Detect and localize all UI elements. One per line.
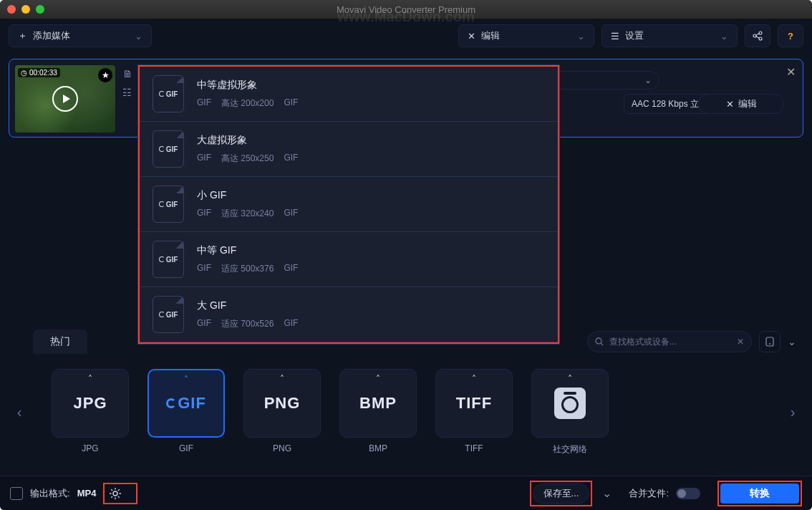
duration-badge: ◷00:02:33 xyxy=(18,68,60,77)
svg-line-17 xyxy=(118,489,120,491)
maximize-window-icon[interactable] xyxy=(36,5,44,14)
search-placeholder: 查找格式或设备... xyxy=(609,336,677,348)
preset-item[interactable]: GIF 大 GIF GIF适应 700x526GIF xyxy=(140,287,558,342)
preset-item[interactable]: GIF 中等 GIF GIF适应 500x376GIF xyxy=(140,232,558,287)
help-button[interactable]: ? xyxy=(778,24,803,47)
svg-line-14 xyxy=(112,489,113,491)
play-icon[interactable] xyxy=(52,86,78,112)
video-thumbnail[interactable]: ◷00:02:33 ★ xyxy=(15,65,115,133)
format-name: TIFF xyxy=(465,443,483,453)
preset-meta: GIF适应 500x376GIF xyxy=(197,263,298,275)
svg-line-16 xyxy=(112,496,113,498)
preset-meta: GIF适应 320x240GIF xyxy=(197,208,298,220)
chevron-up-icon: ˄ xyxy=(88,374,92,384)
format-carousel: ‹ ˄JPGJPG˄GIFGIF˄PNGPNG˄BMPBMP˄TIFFTIFF˄… xyxy=(9,358,803,466)
tools-icon: ✕ xyxy=(468,31,475,42)
add-media-label: 添加媒体 xyxy=(33,29,70,42)
chevron-down-icon: ⌄ xyxy=(577,31,585,42)
help-icon: ? xyxy=(788,31,793,42)
preset-meta: GIF高达 250x250GIF xyxy=(197,153,298,165)
share-button[interactable] xyxy=(745,24,770,47)
save-to-button[interactable]: 保存至... xyxy=(533,483,590,504)
favorite-icon[interactable]: ★ xyxy=(98,68,112,82)
bottom-bar: 输出格式: MP4 保存至... ⌄ 合并文件: 转换 xyxy=(0,476,812,510)
svg-line-4 xyxy=(756,37,760,38)
preset-meta: GIF适应 700x526GIF xyxy=(197,318,298,330)
device-detect-button[interactable] xyxy=(759,331,780,352)
svg-point-2 xyxy=(759,37,762,40)
chevron-down-icon: ⌄ xyxy=(644,75,652,85)
preset-title: 小 GIF xyxy=(197,189,298,202)
file-icon[interactable]: 🗎 xyxy=(122,68,132,80)
chevron-up-icon: ˄ xyxy=(568,374,572,384)
window-title: Movavi Video Converter Premium xyxy=(0,4,812,15)
format-name: GIF xyxy=(179,443,193,453)
format-name: PNG xyxy=(273,443,291,453)
format-label: BMP xyxy=(359,394,397,413)
camera-icon xyxy=(554,388,586,419)
gif-file-icon: GIF xyxy=(153,130,184,168)
format-BMP[interactable]: ˄BMPBMP xyxy=(339,369,417,453)
format-GIF[interactable]: ˄GIFGIF xyxy=(148,369,225,453)
titlebar: Movavi Video Converter Premium xyxy=(0,0,812,19)
format-label: PNG xyxy=(264,394,301,413)
plus-icon: ＋ xyxy=(18,29,27,42)
merge-toggle[interactable] xyxy=(676,488,700,499)
edit-media-button[interactable]: ✕ 编辑 xyxy=(698,94,784,114)
list-icon[interactable]: ☷ xyxy=(122,87,132,98)
svg-point-0 xyxy=(753,34,756,37)
settings-label: 设置 xyxy=(625,29,644,42)
sliders-icon: ☰ xyxy=(611,31,619,42)
chevron-up-icon: ˄ xyxy=(184,375,188,385)
minimize-window-icon[interactable] xyxy=(21,5,30,14)
svg-line-3 xyxy=(756,34,760,35)
chevron-down-icon: ⌄ xyxy=(135,31,142,42)
search-input[interactable]: 查找格式或设备... ✕ xyxy=(587,331,752,352)
preset-item[interactable]: GIF 大虚拟形象 GIF高达 250x250GIF xyxy=(140,122,558,177)
chevron-down-icon[interactable]: ⌄ xyxy=(602,486,612,500)
format-TIFF[interactable]: ˄TIFFTIFF xyxy=(435,369,513,453)
toolbar: ＋ 添加媒体 ⌄ ✕ 编辑 ⌄ ☰ 设置 ⌄ ? xyxy=(0,19,812,53)
chevron-down-icon[interactable]: ⌄ xyxy=(788,336,796,347)
format-label: GIF xyxy=(166,394,206,413)
close-window-icon[interactable] xyxy=(7,5,16,14)
clear-search-icon[interactable]: ✕ xyxy=(737,337,744,347)
format-preset-popup: GIF 中等虚拟形象 GIF高达 200x200GIF GIF 大虚拟形象 GI… xyxy=(137,64,560,345)
gear-icon[interactable] xyxy=(109,487,122,500)
chevron-up-icon: ˄ xyxy=(280,374,284,384)
carousel-next-button[interactable]: › xyxy=(782,404,803,420)
gif-file-icon: GIF xyxy=(153,296,184,333)
carousel-prev-button[interactable]: ‹ xyxy=(9,404,30,420)
edit-label: 编辑 xyxy=(481,29,500,42)
format-name: 社交网络 xyxy=(553,443,587,456)
edit-dropdown[interactable]: ✕ 编辑 ⌄ xyxy=(458,24,594,47)
tools-icon: ✕ xyxy=(726,99,734,110)
chevron-up-icon: ˄ xyxy=(472,374,476,384)
close-icon[interactable]: ✕ xyxy=(786,65,796,79)
convert-button[interactable]: 转换 xyxy=(720,483,799,504)
svg-point-8 xyxy=(769,343,770,345)
format-label: TIFF xyxy=(456,394,492,413)
svg-line-15 xyxy=(118,496,120,498)
preset-item[interactable]: GIF 中等虚拟形象 GIF高达 200x200GIF xyxy=(140,67,558,122)
format-JPG[interactable]: ˄JPGJPG xyxy=(52,369,129,453)
format-PNG[interactable]: ˄PNGPNG xyxy=(243,369,321,453)
add-media-button[interactable]: ＋ 添加媒体 ⌄ xyxy=(9,24,152,47)
format-label: JPG xyxy=(73,394,107,413)
merge-files-label: 合并文件: xyxy=(629,487,669,500)
gif-file-icon: GIF xyxy=(153,186,184,223)
preset-title: 中等虚拟形象 xyxy=(197,79,298,92)
settings-dropdown[interactable]: ☰ 设置 ⌄ xyxy=(601,24,738,47)
preset-title: 大 GIF xyxy=(197,299,298,312)
preset-item[interactable]: GIF 小 GIF GIF适应 320x240GIF xyxy=(140,177,558,232)
output-format-label: 输出格式: xyxy=(30,487,70,500)
format-社交网络[interactable]: ˄社交网络 xyxy=(531,369,609,456)
tab-popular[interactable]: 热门 xyxy=(33,329,87,354)
output-format-value: MP4 xyxy=(77,488,97,499)
format-name: BMP xyxy=(369,443,387,453)
format-name: JPG xyxy=(82,443,98,453)
gif-file-icon: GIF xyxy=(153,75,184,112)
svg-point-9 xyxy=(113,491,117,496)
svg-point-1 xyxy=(759,32,762,34)
gif-file-icon: GIF xyxy=(153,241,184,278)
